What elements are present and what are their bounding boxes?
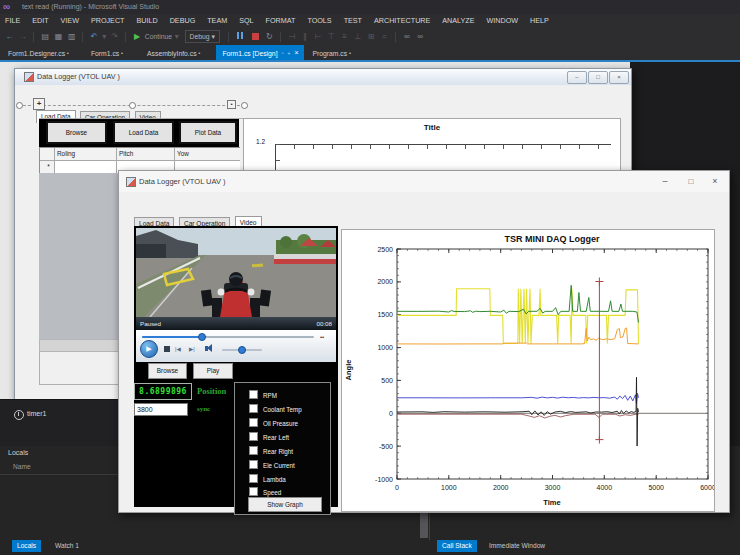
ele-current-checkbox[interactable] — [249, 460, 258, 469]
video-frame[interactable] — [136, 228, 336, 317]
same-size-icon[interactable]: ⊞ — [366, 28, 377, 45]
menu-item-sql[interactable]: SQL — [234, 14, 258, 28]
align-tops-icon[interactable]: ⊤ — [326, 28, 337, 45]
menu-item-tools[interactable]: TOOLS — [302, 14, 336, 28]
locals-name-column-header[interactable]: Name — [13, 463, 31, 470]
grid-header-roling[interactable]: Roling — [54, 148, 117, 161]
selection-handle[interactable] — [16, 102, 23, 109]
save-all-icon[interactable]: ▥ — [66, 28, 77, 45]
panel-tab-immediate-window[interactable]: Immediate Window — [484, 540, 550, 552]
link-icon[interactable]: ∞ — [415, 28, 426, 45]
rear-left-checkbox[interactable] — [249, 432, 258, 441]
menu-item-debug[interactable]: DEBUG — [165, 14, 201, 28]
seek-step-icons[interactable]: •• — [320, 333, 324, 341]
svg-text:-500: -500 — [379, 443, 393, 450]
maximize-button[interactable]: □ — [683, 171, 699, 192]
menu-item-view[interactable]: VIEW — [56, 14, 84, 28]
undo-dropdown-icon[interactable]: ▾ — [102, 28, 107, 45]
menu-item-analyze[interactable]: ANALYZE — [437, 14, 479, 28]
play-button[interactable]: ▶ — [140, 340, 158, 358]
align-middles-icon[interactable]: ≡ — [339, 28, 350, 45]
minimize-button[interactable]: – — [657, 171, 673, 192]
menu-item-edit[interactable]: EDIT — [27, 14, 53, 28]
menu-item-build[interactable]: BUILD — [131, 14, 162, 28]
sync-input[interactable] — [134, 403, 188, 416]
menu-item-project[interactable]: PROJECT — [86, 14, 130, 28]
designer-form-titlebar[interactable]: Data Logger (VTOL UAV ) – □ × — [15, 69, 631, 85]
doc-tab-form1-design[interactable]: Form1.cs [Design] ▫ + × — [216, 45, 304, 60]
pause-icon[interactable] — [236, 28, 244, 45]
panel-tab-locals[interactable]: Locals — [12, 540, 41, 552]
designer-load-data-button[interactable]: Load Data — [113, 121, 174, 144]
save-icon[interactable]: ▦ — [53, 28, 64, 45]
tab-close-icon[interactable]: × — [294, 49, 298, 56]
app-browse-button[interactable]: Browse — [148, 363, 187, 379]
doc-tab-program[interactable]: Program.cs▪ — [306, 46, 357, 61]
undo-icon[interactable]: ↶ — [89, 28, 100, 45]
continue-dropdown-icon[interactable]: ▾ — [174, 28, 179, 45]
selection-handle[interactable] — [241, 102, 248, 109]
selection-anchor-handle[interactable]: • — [227, 100, 236, 109]
align-lefts-icon[interactable]: ⊣ — [286, 28, 297, 45]
volume-thumb[interactable] — [238, 346, 246, 354]
daq-chart-plot[interactable]: 0100020003000400050006000-1000-500050010… — [342, 230, 714, 511]
previous-button[interactable]: |◀ — [175, 345, 181, 353]
align-bottoms-icon[interactable]: ⊥ — [352, 28, 363, 45]
close-button[interactable]: × — [707, 171, 723, 192]
menu-item-window[interactable]: WINDOW — [482, 14, 524, 28]
link-icon[interactable]: ∞ — [401, 28, 412, 45]
grid-header-yow[interactable]: Yow — [174, 148, 240, 161]
tab-pin-icon[interactable]: + — [287, 50, 290, 56]
debug-target-dropdown[interactable]: Debug ▾ — [185, 30, 220, 43]
continue-play-icon[interactable]: ▶ — [132, 28, 143, 45]
checkbox-row: RPM — [249, 390, 277, 400]
panel-tab-callstack[interactable]: Call Stack — [437, 540, 477, 552]
spacing-icon[interactable]: = — [379, 28, 390, 45]
coolant-temp-checkbox[interactable] — [249, 404, 258, 413]
minimize-button[interactable]: – — [567, 71, 587, 84]
doc-tab-form1[interactable]: Form1.cs▪ — [85, 46, 129, 61]
show-graph-button[interactable]: Show Graph — [248, 497, 322, 512]
stop-debug-icon[interactable] — [252, 33, 259, 40]
navigate-back-icon[interactable]: ← — [4, 28, 15, 45]
designer-browse-button[interactable]: Browse — [46, 121, 107, 144]
navigate-forward-icon[interactable]: → — [17, 28, 28, 45]
align-centers-icon[interactable]: ∥ — [299, 28, 310, 45]
redo-icon[interactable]: ↷ — [109, 28, 120, 45]
stop-button[interactable] — [164, 346, 170, 352]
timer-icon[interactable] — [14, 410, 24, 420]
doc-tab-form1-designer[interactable]: Form1.Designer.cs▪ — [2, 46, 75, 61]
designer-plot-data-button[interactable]: Plot Data — [179, 121, 237, 144]
panel-tab-watch1[interactable]: Watch 1 — [50, 540, 84, 552]
timer-label[interactable]: timer1 — [27, 410, 46, 417]
grid-header-pitch[interactable]: Pitch — [116, 148, 175, 161]
menu-item-format[interactable]: FORMAT — [261, 14, 301, 28]
close-button[interactable]: × — [609, 71, 629, 84]
svg-text:1000: 1000 — [377, 344, 393, 351]
align-rights-icon[interactable]: ⊢ — [313, 28, 324, 45]
rear-right-checkbox[interactable] — [249, 446, 258, 455]
continue-button[interactable]: Continue — [145, 33, 172, 40]
menu-item-test[interactable]: TEST — [339, 14, 367, 28]
speed-checkbox[interactable] — [249, 487, 258, 496]
menu-item-team[interactable]: TEAM — [202, 14, 232, 28]
locals-scrollbar[interactable] — [420, 512, 428, 538]
open-file-icon[interactable]: ▤ — [40, 28, 51, 45]
restart-icon[interactable]: ↻ — [264, 28, 275, 45]
lambda-checkbox[interactable] — [249, 474, 258, 483]
menu-item-help[interactable]: HELP — [525, 14, 554, 28]
menu-item-file[interactable]: FILE — [0, 14, 25, 28]
maximize-button[interactable]: □ — [588, 71, 608, 84]
menu-item-architecture[interactable]: ARCHITECTURE — [369, 14, 435, 28]
rpm-checkbox[interactable] — [249, 390, 258, 399]
glove — [218, 289, 225, 296]
app-play-button[interactable]: Play — [193, 363, 233, 379]
doc-tab-label: Form1.cs — [91, 50, 119, 57]
app-titlebar[interactable]: Data Logger (VTOL UAV ) – □ × — [119, 171, 729, 192]
tab-save-icon[interactable]: ▫ — [281, 50, 283, 56]
seek-thumb[interactable] — [198, 333, 206, 341]
debug-dropdown-icon: ▾ — [211, 33, 214, 40]
oil-pressure-checkbox[interactable] — [249, 418, 258, 427]
doc-tab-assemblyinfo[interactable]: AssemblyInfo.cs▪ — [141, 46, 206, 61]
next-button[interactable]: ▶| — [189, 345, 195, 353]
